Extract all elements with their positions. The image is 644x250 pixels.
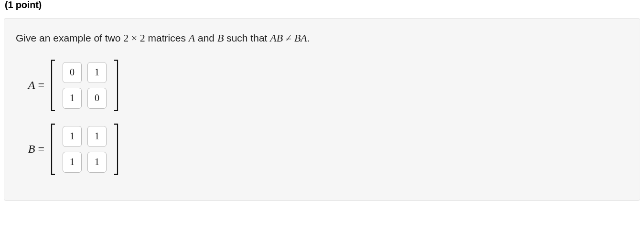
right-bracket-icon [113,59,119,112]
matrix-B-equation: B= [20,123,628,176]
prompt-prefix: Give an example of two [16,32,123,43]
matrix-B-cell-0-0[interactable] [63,126,82,147]
problem-prompt: Give an example of two 2 × 2 matrices A … [16,31,628,46]
matrix-A-equals: = [38,79,44,91]
matrix-A-cell-1-0[interactable] [63,88,82,109]
var-B: B [217,32,224,44]
matrix-B-label: B [28,143,35,155]
left-bracket-icon [50,59,56,112]
matrix-A-label: A [28,79,35,91]
matrix-A-cell-1-1[interactable] [87,88,107,109]
prompt-suffix: . [307,32,310,43]
matrix-A-lhs: A= [20,79,45,92]
right-bracket-icon [113,123,119,176]
prompt-mid3: such that [224,32,270,43]
matrix-B-lhs: B= [20,143,45,156]
matrix-B-cell-0-1[interactable] [87,126,107,147]
matrix-A-cell-0-0[interactable] [63,62,82,83]
matrix-A-equation: A= [20,59,628,112]
points-label: (1 point) [4,0,640,18]
prompt-mid2: and [195,32,217,43]
expr-AB: AB [270,32,283,44]
expr-BA: BA [294,32,307,44]
var-A: A [189,32,195,44]
matrix-B-grid [61,123,108,176]
neq-symbol: ≠ [286,31,291,46]
matrix-A-grid [61,59,108,112]
matrix-B-equals: = [38,143,44,155]
matrix-A-cell-0-1[interactable] [87,62,107,83]
prompt-mid1: matrices [145,32,189,43]
left-bracket-icon [50,123,56,176]
matrix-dimension: 2 × 2 [123,32,145,44]
problem-box: Give an example of two 2 × 2 matrices A … [4,18,640,201]
matrix-B-cell-1-1[interactable] [87,152,107,173]
matrix-B-cell-1-0[interactable] [63,152,82,173]
